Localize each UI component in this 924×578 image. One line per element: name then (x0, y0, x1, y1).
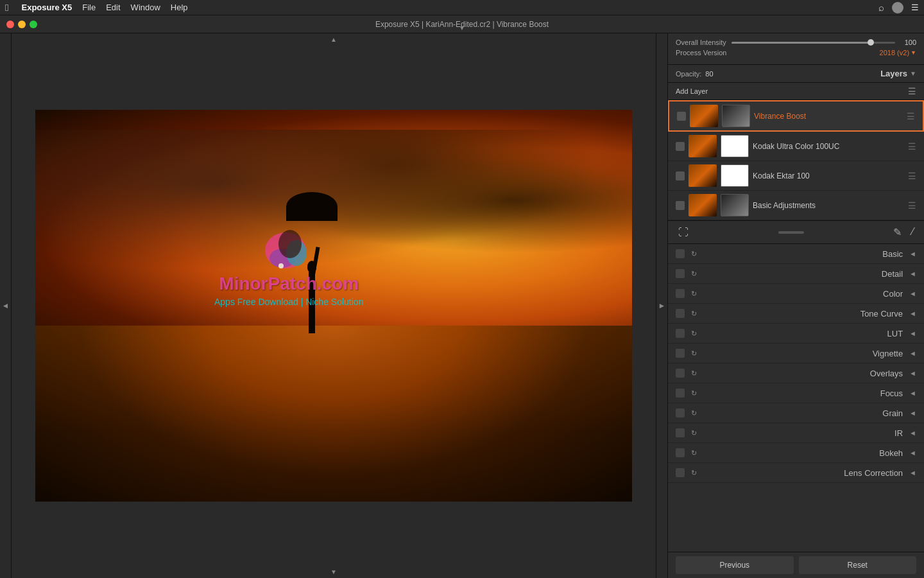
search-icon[interactable]: ⌕ (878, 2, 884, 13)
adj-name-4: LUT (703, 329, 903, 338)
adj-reset-4[interactable]: ↻ (689, 328, 699, 338)
layer-menu-0[interactable]: ☰ (907, 111, 915, 121)
brush-tool[interactable]: ✎ (891, 225, 904, 240)
adjustment-row-5[interactable]: ↻ Vignette ◄ (668, 344, 924, 363)
menu-extra-icon[interactable]: ☰ (911, 3, 919, 12)
adjustment-row-0[interactable]: ↻ Basic ◄ (668, 244, 924, 264)
intensity-slider[interactable] (732, 42, 895, 44)
top-panel-toggle[interactable]: ▲ (328, 33, 339, 46)
adj-toggle-2[interactable] (676, 289, 685, 298)
adj-toggle-1[interactable] (676, 269, 685, 278)
erase-tool[interactable]: ⁄ (909, 225, 916, 240)
adj-toggle-10[interactable] (676, 448, 685, 457)
menubar:  Exposure X5 File Edit Window Help ⌕ ☰ (0, 0, 924, 15)
adj-reset-5[interactable]: ↻ (689, 348, 699, 358)
crop-tool[interactable]: ⛶ (676, 225, 691, 240)
adjustment-row-4[interactable]: ↻ LUT ◄ (668, 324, 924, 344)
previous-button[interactable]: Previous (676, 556, 794, 574)
layer-menu-1[interactable]: ☰ (908, 141, 916, 152)
umbrella-shape (286, 192, 338, 221)
panel-tools: ⛶ ✎ ⁄ (668, 221, 924, 244)
layer-visibility-3[interactable] (676, 201, 685, 210)
adj-arrow-4: ◄ (909, 329, 916, 337)
layer-visibility-2[interactable] (676, 171, 685, 180)
layer-item-0[interactable]: Vibrance Boost ☰ (668, 100, 924, 132)
apple-menu[interactable]:  (5, 2, 8, 13)
adj-toggle-9[interactable] (676, 428, 685, 437)
maximize-button[interactable] (30, 21, 37, 28)
adj-reset-1[interactable]: ↻ (689, 268, 699, 279)
layer-item-2[interactable]: Kodak Ektar 100 ☰ (668, 161, 924, 191)
close-button[interactable] (6, 21, 14, 28)
drag-handle[interactable] (778, 231, 804, 234)
adjustment-row-2[interactable]: ↻ Color ◄ (668, 284, 924, 304)
add-layer-row: Add Layer ☰ (668, 83, 924, 100)
adj-toggle-6[interactable] (676, 369, 685, 378)
add-layer-button[interactable]: Add Layer (676, 87, 708, 95)
adj-reset-7[interactable]: ↻ (689, 388, 699, 398)
adjustment-row-6[interactable]: ↻ Overlays ◄ (668, 363, 924, 383)
adj-arrow-10: ◄ (909, 449, 916, 457)
adjustment-row-11[interactable]: ↻ Lens Correction ◄ (668, 463, 924, 483)
layer-thumb-mask-1 (721, 135, 749, 157)
left-panel-toggle[interactable]: ◄ (0, 33, 12, 578)
adjustment-row-10[interactable]: ↻ Bokeh ◄ (668, 443, 924, 463)
adjustments-panel[interactable]: ↻ Basic ◄ ↻ Detail ◄ ↻ Color ◄ ↻ Tone Cu… (668, 244, 924, 552)
layer-item-1[interactable]: Kodak Ultra Color 100UC ☰ (668, 132, 924, 161)
adjustment-row-7[interactable]: ↻ Focus ◄ (668, 383, 924, 403)
adj-reset-6[interactable]: ↻ (689, 368, 699, 378)
adj-reset-9[interactable]: ↻ (689, 428, 699, 438)
adj-toggle-8[interactable] (676, 408, 685, 417)
right-panel-toggle[interactable]: ► (656, 33, 667, 578)
adj-reset-3[interactable]: ↻ (689, 308, 699, 319)
process-version-label: Process Version (676, 49, 726, 57)
adjustment-row-3[interactable]: ↻ Tone Curve ◄ (668, 304, 924, 324)
adj-toggle-7[interactable] (676, 389, 685, 398)
layer-thumb-mask-3 (721, 194, 749, 216)
adj-reset-0[interactable]: ↻ (689, 249, 699, 259)
bottom-panel-toggle[interactable]: ▼ (328, 566, 339, 578)
adj-name-1: Detail (703, 269, 903, 279)
reset-button[interactable]: Reset (799, 556, 917, 574)
opacity-label: Opacity: (676, 70, 701, 78)
intensity-slider-container: 100 (732, 39, 916, 46)
adj-toggle-11[interactable] (676, 468, 685, 477)
adjustment-row-1[interactable]: ↻ Detail ◄ (668, 264, 924, 284)
layers-header: Opacity: 80 Layers ▼ (668, 65, 924, 83)
layer-visibility-1[interactable] (676, 142, 685, 151)
layer-menu-3[interactable]: ☰ (908, 200, 916, 211)
menu-file[interactable]: File (82, 3, 96, 12)
reflection-layer (35, 326, 632, 502)
canvas-image[interactable]: MinorPatch.com Apps Free Download | Nich… (35, 110, 632, 502)
menu-window[interactable]: Window (131, 3, 160, 12)
adj-reset-11[interactable]: ↻ (689, 468, 699, 478)
adj-toggle-3[interactable] (676, 309, 685, 318)
opacity-value[interactable]: 80 (705, 70, 713, 78)
adj-arrow-3: ◄ (909, 310, 916, 317)
add-layer-menu-icon[interactable]: ☰ (908, 86, 916, 96)
adj-arrow-0: ◄ (909, 250, 916, 258)
adj-toggle-0[interactable] (676, 249, 685, 258)
layer-item-3[interactable]: Basic Adjustments ☰ (668, 191, 924, 220)
adjustment-row-9[interactable]: ↻ IR ◄ (668, 423, 924, 443)
adj-toggle-4[interactable] (676, 329, 685, 338)
panel-top-section: Overall Intensity 100 Process Version 20… (668, 33, 924, 65)
intensity-label: Overall Intensity (676, 39, 726, 46)
layer-menu-2[interactable]: ☰ (908, 171, 916, 181)
adj-arrow-6: ◄ (909, 369, 916, 377)
menu-edit[interactable]: Edit (106, 3, 120, 12)
adj-reset-10[interactable]: ↻ (689, 448, 699, 458)
layer-name-1: Kodak Ultra Color 100UC (753, 142, 904, 151)
layers-chevron-icon[interactable]: ▼ (910, 70, 916, 77)
minimize-button[interactable] (18, 21, 26, 28)
menu-help[interactable]: Help (171, 3, 188, 12)
adj-name-7: Focus (703, 389, 903, 398)
adj-name-10: Bokeh (703, 448, 903, 458)
adjustment-row-8[interactable]: ↻ Grain ◄ (668, 403, 924, 423)
adj-reset-2[interactable]: ↻ (689, 288, 699, 299)
app-name[interactable]: Exposure X5 (21, 3, 72, 12)
layer-visibility-0[interactable] (677, 112, 686, 121)
adj-toggle-5[interactable] (676, 349, 685, 358)
adj-reset-8[interactable]: ↻ (689, 408, 699, 418)
process-version-selector[interactable]: 2018 (v2) ▼ (880, 49, 916, 57)
